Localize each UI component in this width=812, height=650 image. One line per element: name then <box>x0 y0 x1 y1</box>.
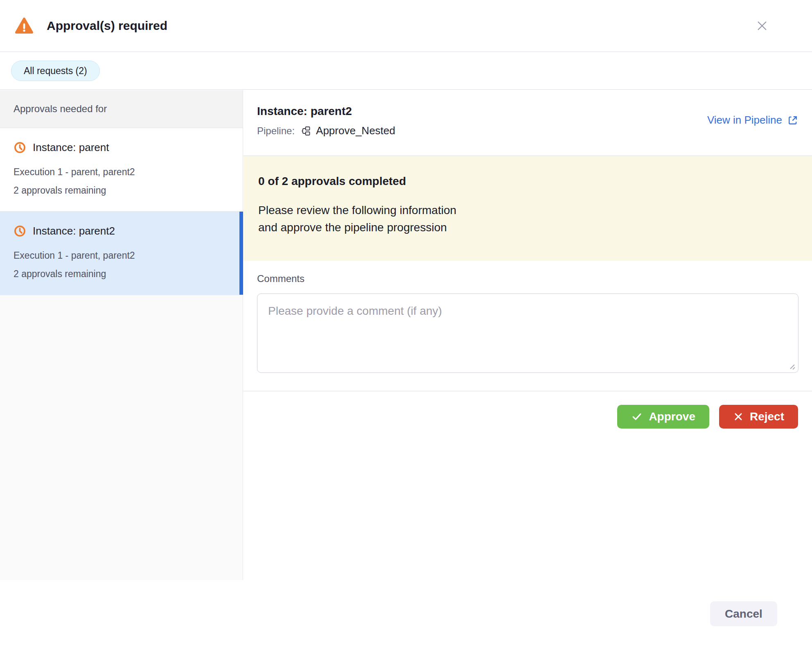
close-button[interactable] <box>753 17 771 35</box>
approvals-sidebar: Approvals needed for Instance: parent Ex… <box>0 90 243 580</box>
close-icon <box>756 19 769 32</box>
approval-message-line2: and approve the pipeline progression <box>258 219 797 236</box>
comment-textarea[interactable] <box>257 293 798 373</box>
view-in-pipeline-label: View in Pipeline <box>707 114 782 126</box>
reject-button[interactable]: Reject <box>719 405 798 429</box>
x-mark-icon <box>733 411 744 422</box>
detail-header: Instance: parent2 Pipeline: Approve_Nest… <box>244 90 812 156</box>
approval-message-line1: Please review the following information <box>258 202 797 219</box>
pending-clock-icon <box>14 141 26 154</box>
pipeline-label: Pipeline: <box>257 125 295 137</box>
request-item-title: Instance: parent2 <box>33 225 115 237</box>
reject-label: Reject <box>750 410 784 423</box>
comments-section: Comments <box>244 261 812 373</box>
request-item-execution: Execution 1 - parent, parent2 <box>14 246 229 265</box>
sidebar-header: Approvals needed for <box>0 90 243 128</box>
request-item-remaining: 2 approvals remaining <box>14 265 229 283</box>
pipeline-hierarchy-icon <box>300 125 311 137</box>
request-item-title: Instance: parent <box>33 141 109 154</box>
tab-all-requests[interactable]: All requests (2) <box>11 61 100 81</box>
pipeline-name: Approve_Nested <box>316 124 395 137</box>
approval-status-banner: 0 of 2 approvals completed Please review… <box>244 156 812 261</box>
request-item-remaining: 2 approvals remaining <box>14 181 229 200</box>
modal-header: Approval(s) required <box>0 0 812 52</box>
checkmark-icon <box>631 411 643 422</box>
modal-title: Approval(s) required <box>47 19 167 33</box>
request-item-execution: Execution 1 - parent, parent2 <box>14 163 229 181</box>
approvals-completed-count: 0 of 2 approvals completed <box>258 175 797 188</box>
approve-label: Approve <box>649 410 695 423</box>
approval-request-item-parent[interactable]: Instance: parent Execution 1 - parent, p… <box>0 128 243 212</box>
cancel-button[interactable]: Cancel <box>710 601 777 626</box>
tab-bar: All requests (2) <box>0 52 812 90</box>
pending-clock-icon <box>14 225 26 237</box>
approve-button[interactable]: Approve <box>617 405 709 429</box>
approval-request-item-parent2[interactable]: Instance: parent2 Execution 1 - parent, … <box>0 212 243 295</box>
approval-detail-pane: Instance: parent2 Pipeline: Approve_Nest… <box>244 90 812 429</box>
view-in-pipeline-link[interactable]: View in Pipeline <box>707 114 798 126</box>
action-buttons-row: Approve Reject <box>244 391 812 429</box>
instance-title: Instance: parent2 <box>257 105 395 118</box>
warning-triangle-icon <box>15 17 34 34</box>
comments-label: Comments <box>257 273 798 284</box>
external-link-icon <box>787 115 798 126</box>
